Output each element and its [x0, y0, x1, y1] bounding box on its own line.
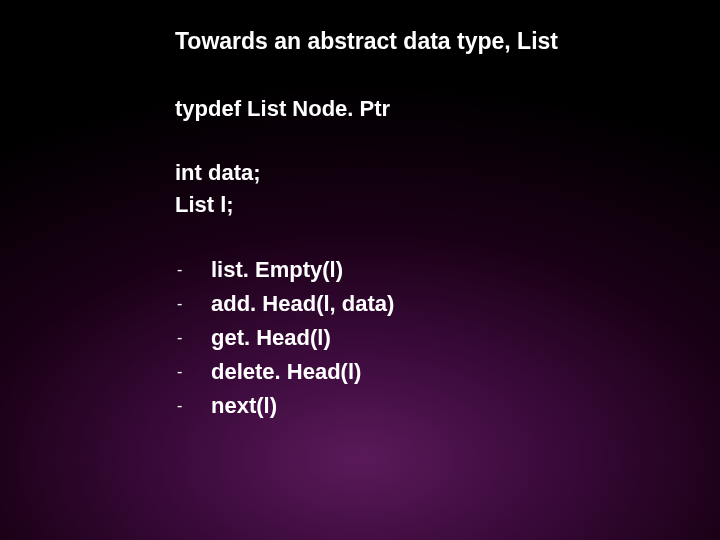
bullet-dash-icon: - — [175, 258, 211, 283]
slide: Towards an abstract data type, List typd… — [0, 0, 720, 423]
list-item: - add. Head(l, data) — [175, 287, 680, 321]
slide-title: Towards an abstract data type, List — [175, 28, 680, 55]
bullet-dash-icon: - — [175, 394, 211, 419]
decl-line-2: List l; — [175, 189, 680, 221]
list-item: - next(l) — [175, 389, 680, 423]
declarations-block: int data; List l; — [175, 157, 680, 221]
decl-line-1: int data; — [175, 157, 680, 189]
bullet-dash-icon: - — [175, 326, 211, 351]
list-item: - list. Empty(l) — [175, 253, 680, 287]
bullet-text: delete. Head(l) — [211, 355, 361, 389]
bullet-text: get. Head(l) — [211, 321, 331, 355]
typedef-line: typdef List Node. Ptr — [175, 93, 680, 125]
bullet-list: - list. Empty(l) - add. Head(l, data) - … — [175, 253, 680, 423]
list-item: - get. Head(l) — [175, 321, 680, 355]
bullet-text: add. Head(l, data) — [211, 287, 394, 321]
bullet-dash-icon: - — [175, 292, 211, 317]
list-item: - delete. Head(l) — [175, 355, 680, 389]
bullet-text: next(l) — [211, 389, 277, 423]
bullet-text: list. Empty(l) — [211, 253, 343, 287]
bullet-dash-icon: - — [175, 360, 211, 385]
typedef-block: typdef List Node. Ptr — [175, 93, 680, 125]
